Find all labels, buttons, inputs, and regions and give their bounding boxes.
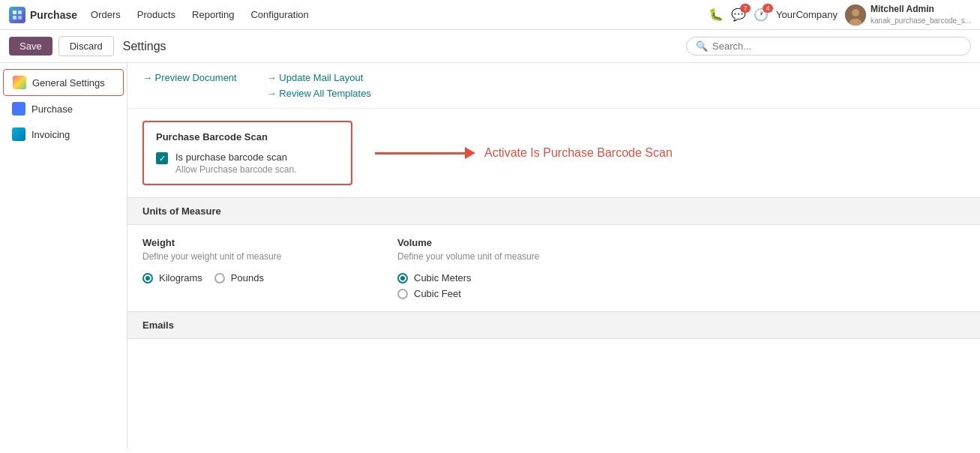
preview-document-link[interactable]: → Preview Document xyxy=(142,72,237,83)
volume-title: Volume xyxy=(397,237,607,248)
weight-pounds-radio[interactable] xyxy=(214,273,225,284)
svg-rect-2 xyxy=(13,16,16,20)
volume-col: Volume Define your volume unit of measur… xyxy=(397,237,607,299)
barcode-box: Purchase Barcode Scan Is purchase barcod… xyxy=(142,121,352,185)
nav-right: 🐛 💬 7 🕐 4 YourCompany Mitchell Admin kan… xyxy=(709,4,971,26)
save-button[interactable]: Save xyxy=(9,37,52,56)
volume-cubic-feet-label: Cubic Feet xyxy=(414,288,461,299)
activity-button[interactable]: 🕐 4 xyxy=(754,8,769,22)
section-header-emails: Emails xyxy=(127,311,980,339)
nav-products[interactable]: Products xyxy=(130,6,183,23)
arrow-line xyxy=(375,152,465,154)
sidebar: General Settings Purchase Invoicing xyxy=(0,63,127,448)
nav-reporting[interactable]: Reporting xyxy=(184,6,241,23)
nav-orders[interactable]: Orders xyxy=(83,6,128,23)
logo-icon xyxy=(9,7,25,23)
user-name: Mitchell Admin xyxy=(871,4,971,16)
units-row: Weight Define your weight unit of measur… xyxy=(142,237,965,299)
weight-title: Weight xyxy=(142,237,352,248)
search-input[interactable] xyxy=(712,40,961,52)
page-title: Settings xyxy=(123,40,166,53)
main-layout: General Settings Purchase Invoicing → Pr… xyxy=(0,63,980,448)
user-subtitle: kanak_purchase_barcode_s... xyxy=(871,16,971,26)
volume-cubic-meters-row: Cubic Meters xyxy=(397,272,607,284)
sidebar-label-purchase: Purchase xyxy=(31,104,73,115)
volume-cubic-feet-row: Cubic Feet xyxy=(397,288,607,299)
barcode-checkbox[interactable] xyxy=(156,152,168,164)
annotation-arrow: Activate Is Purchase Barcode Scan xyxy=(375,146,673,160)
barcode-desc: Allow Purchase barcode scan. xyxy=(175,164,296,175)
volume-desc: Define your volume unit of measure xyxy=(397,251,607,262)
barcode-checkbox-row: Is purchase barcode scan Allow Purchase … xyxy=(156,152,339,175)
svg-rect-0 xyxy=(13,10,16,14)
units-section: Weight Define your weight unit of measur… xyxy=(127,225,980,311)
emails-section xyxy=(127,339,980,384)
barcode-label: Is purchase barcode scan xyxy=(175,152,296,163)
app-name: Purchase xyxy=(30,9,77,21)
chat-badge: 7 xyxy=(740,4,751,13)
general-settings-icon xyxy=(13,76,26,89)
user-menu[interactable]: Mitchell Admin kanak_purchase_barcode_s.… xyxy=(845,4,971,26)
sidebar-label-general: General Settings xyxy=(32,77,105,88)
company-name: YourCompany xyxy=(776,9,838,20)
nav-menu: Orders Products Reporting Configuration xyxy=(83,6,709,23)
activity-badge: 4 xyxy=(763,4,773,13)
volume-cubic-meters-radio[interactable] xyxy=(397,273,408,284)
app-logo[interactable]: Purchase xyxy=(9,7,77,23)
section-header-units: Units of Measure xyxy=(127,197,980,225)
weight-kilograms-label: Kilograms xyxy=(159,272,202,284)
sidebar-item-general[interactable]: General Settings xyxy=(3,69,124,96)
discard-button[interactable]: Discard xyxy=(58,36,114,56)
barcode-section-title: Purchase Barcode Scan xyxy=(156,131,339,142)
avatar xyxy=(845,4,866,26)
top-navigation: Purchase Orders Products Reporting Confi… xyxy=(0,0,980,30)
review-all-templates-link[interactable]: → Review All Templates xyxy=(267,88,371,99)
chat-button[interactable]: 💬 7 xyxy=(731,8,746,22)
volume-cubic-feet-radio[interactable] xyxy=(397,289,408,299)
nav-configuration[interactable]: Configuration xyxy=(243,6,316,23)
purchase-icon xyxy=(12,102,25,116)
toolbar: Save Discard Settings 🔍 xyxy=(0,30,980,63)
barcode-label-group: Is purchase barcode scan Allow Purchase … xyxy=(175,152,296,175)
svg-rect-1 xyxy=(18,10,22,14)
link-col-1: → Preview Document xyxy=(142,72,237,99)
barcode-section: Purchase Barcode Scan Is purchase barcod… xyxy=(127,109,980,197)
svg-point-5 xyxy=(852,9,859,16)
content-area: → Preview Document → Update Mail Layout … xyxy=(127,63,980,448)
invoicing-icon xyxy=(12,128,25,141)
annotation-label: Activate Is Purchase Barcode Scan xyxy=(484,146,673,160)
volume-cubic-meters-label: Cubic Meters xyxy=(414,272,472,284)
weight-desc: Define your weight unit of measure xyxy=(142,251,352,262)
sidebar-item-purchase[interactable]: Purchase xyxy=(3,96,124,122)
search-icon: 🔍 xyxy=(696,40,708,52)
bug-button[interactable]: 🐛 xyxy=(709,8,724,22)
weight-col: Weight Define your weight unit of measur… xyxy=(142,237,352,299)
sidebar-item-invoicing[interactable]: Invoicing xyxy=(3,122,124,147)
svg-rect-3 xyxy=(18,16,22,20)
weight-pounds-label: Pounds xyxy=(231,272,264,284)
arrow-head xyxy=(465,147,475,159)
update-mail-layout-link[interactable]: → Update Mail Layout xyxy=(267,72,371,83)
weight-kilograms-radio[interactable] xyxy=(142,273,153,284)
search-bar[interactable]: 🔍 xyxy=(686,37,971,56)
sidebar-label-invoicing: Invoicing xyxy=(31,129,70,140)
weight-kilograms-row: Kilograms Pounds xyxy=(142,272,352,284)
links-area: → Preview Document → Update Mail Layout … xyxy=(127,63,980,109)
user-info: Mitchell Admin kanak_purchase_barcode_s.… xyxy=(871,4,971,26)
link-col-2: → Update Mail Layout → Review All Templa… xyxy=(267,72,371,99)
